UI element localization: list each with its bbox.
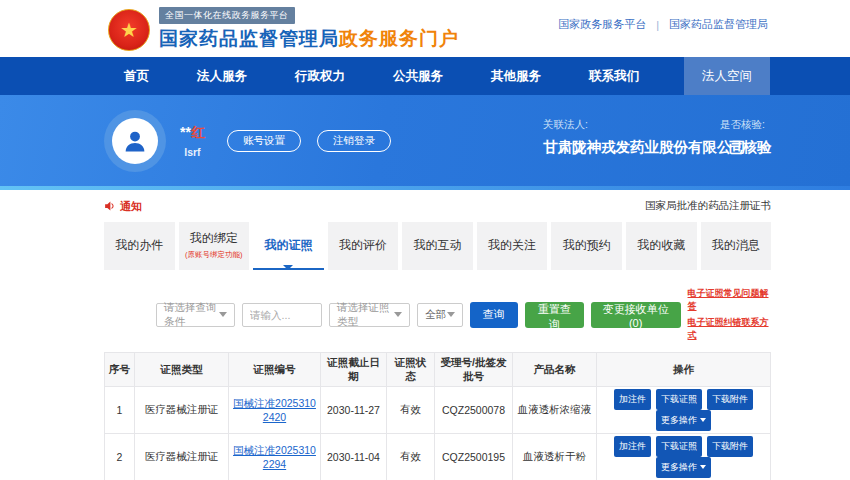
nav-item-contact[interactable]: 联系我们: [565, 57, 663, 95]
change-receiver-button[interactable]: 变更接收单位(0): [591, 302, 681, 328]
tab-label: 我的消息: [712, 237, 760, 254]
link-national-gov-platform[interactable]: 国家政务服务平台: [558, 17, 646, 32]
nav-item-legal-space[interactable]: 法人空间: [684, 57, 770, 95]
nav-item-legal-services[interactable]: 法人服务: [173, 57, 271, 95]
notice-label: 通知: [120, 199, 142, 214]
cell-index: 2: [105, 434, 135, 480]
link-nmpa-site[interactable]: 国家药品监督管理局: [669, 17, 768, 32]
chevron-down-icon: [447, 312, 455, 321]
tab-label: 我的证照: [264, 237, 312, 254]
verify-status: 已核验: [720, 138, 772, 157]
query-button[interactable]: 查询: [470, 302, 518, 328]
col-cert-type: 证照类型: [135, 353, 229, 387]
site-title-agency: 国家药品监督管理局: [159, 28, 339, 49]
nav-item-public-services[interactable]: 公共服务: [369, 57, 467, 95]
user-display-name: **红: [180, 124, 205, 142]
tab-my-messages[interactable]: 我的消息: [701, 222, 772, 270]
tab-my-bindings[interactable]: 我的绑定 (原账号绑定功能): [179, 222, 250, 270]
cell-expiry: 2030-11-04: [321, 434, 387, 480]
speaker-icon: [104, 200, 116, 212]
chevron-down-icon: [700, 465, 706, 472]
cell-expiry: 2030-11-27: [321, 387, 387, 434]
top-header: ★ 全国一体化在线政务服务平台 国家药品监督管理局政务服务门户 国家政务服务平台…: [0, 0, 850, 57]
banner-bottom-strip: [0, 186, 850, 190]
more-operations-button[interactable]: 更多操作: [656, 457, 711, 478]
cell-acceptance: CQZ2500195: [435, 434, 513, 480]
certificate-faq-link[interactable]: 电子证照常见问题解答: [688, 287, 772, 313]
more-operations-label: 更多操作: [661, 415, 697, 425]
tab-label: 我的收藏: [637, 237, 685, 254]
table-header-row: 序号 证照类型 证照编号 证照截止日期 证照状态 受理号/批签发批号 产品名称 …: [105, 353, 771, 387]
tab-sublabel: (原账号绑定功能): [185, 250, 243, 260]
reset-query-button[interactable]: 重置查询: [525, 302, 584, 328]
col-product-name: 产品名称: [513, 353, 597, 387]
site-title-portal: 政务服务门户: [339, 28, 459, 49]
certificates-table: 序号 证照类型 证照编号 证照截止日期 证照状态 受理号/批签发批号 产品名称 …: [104, 352, 771, 480]
cell-index: 1: [105, 387, 135, 434]
nav-item-other-services[interactable]: 其他服务: [467, 57, 565, 95]
select-value: 请选择查询条件: [164, 301, 219, 329]
certificate-contact-link[interactable]: 电子证照纠错联系方式: [688, 316, 772, 342]
top-links: 国家政务服务平台 | 国家药品监督管理局: [558, 17, 768, 32]
keyword-input[interactable]: [242, 303, 322, 327]
certificate-type-select[interactable]: 请选择证照类型: [329, 303, 410, 327]
tab-my-certificates[interactable]: 我的证照: [253, 222, 324, 270]
cell-acceptance: CQZ2500078: [435, 387, 513, 434]
table-row: 1 医疗器械注册证 国械注准20253102420 2030-11-27 有效 …: [105, 387, 771, 434]
user-name-highlight: 红: [191, 124, 205, 140]
notice-left: 通知: [104, 199, 142, 214]
add-annotation-button[interactable]: 加注件: [614, 389, 651, 410]
dashboard-tabs: 我的办件 我的绑定 (原账号绑定功能) 我的证照 我的评价 我的互动 我的关注 …: [104, 222, 771, 270]
top-links-separator: |: [656, 19, 659, 31]
tab-label: 我的关注: [488, 237, 536, 254]
legal-entity-block: 关联法人: 甘肃陇神戎发药业股份有限公司: [543, 118, 746, 157]
tab-my-applications[interactable]: 我的办件: [104, 222, 175, 270]
user-name-column: **红 lsrf: [180, 124, 205, 158]
user-name-masked: **: [180, 124, 191, 140]
verify-label: 是否核验:: [720, 118, 772, 132]
tab-my-follows[interactable]: 我的关注: [477, 222, 548, 270]
tab-my-appointments[interactable]: 我的预约: [551, 222, 622, 270]
chevron-down-icon: [700, 418, 706, 425]
tab-label: 我的互动: [414, 237, 462, 254]
tab-my-reviews[interactable]: 我的评价: [328, 222, 399, 270]
avatar: [104, 110, 166, 172]
national-emblem-icon: ★: [108, 9, 150, 51]
main-nav: 首页 法人服务 行政权力 公共服务 其他服务 联系我们 法人空间: [0, 57, 850, 95]
select-value: 全部: [425, 308, 446, 322]
help-links: 电子证照常见问题解答 电子证照纠错联系方式: [688, 287, 772, 342]
nav-item-home[interactable]: 首页: [100, 57, 173, 95]
add-annotation-button[interactable]: 加注件: [614, 436, 651, 457]
cell-cert-type: 医疗器械注册证: [135, 434, 229, 480]
logout-button[interactable]: 注销登录: [317, 130, 391, 152]
tab-my-favorites[interactable]: 我的收藏: [626, 222, 697, 270]
user-banner: **红 lsrf 账号设置 注销登录 关联法人: 甘肃陇神戎发药业股份有限公司 …: [0, 95, 850, 190]
brand-area: ★ 全国一体化在线政务服务平台 国家药品监督管理局政务服务门户: [108, 7, 459, 52]
download-attachment-button[interactable]: 下载附件: [707, 436, 753, 457]
tab-my-interactions[interactable]: 我的互动: [402, 222, 473, 270]
col-cert-number: 证照编号: [229, 353, 321, 387]
cell-product: 血液透析干粉: [513, 434, 597, 480]
cert-number-link[interactable]: 国械注准20253102294: [233, 444, 316, 470]
col-cert-status: 证照状态: [387, 353, 435, 387]
cert-number-link[interactable]: 国械注准20253102420: [233, 397, 316, 423]
download-certificate-button[interactable]: 下载证照: [656, 436, 702, 457]
cell-status: 有效: [387, 434, 435, 480]
tab-label: 我的评价: [339, 237, 387, 254]
tab-label: 我的办件: [115, 237, 163, 254]
tab-label: 我的绑定: [190, 230, 238, 247]
download-attachment-button[interactable]: 下载附件: [707, 389, 753, 410]
tab-label: 我的预约: [563, 237, 611, 254]
cell-product: 血液透析浓缩液: [513, 387, 597, 434]
scope-select[interactable]: 全部: [417, 303, 463, 327]
more-operations-button[interactable]: 更多操作: [656, 410, 711, 431]
nav-item-admin-power[interactable]: 行政权力: [271, 57, 369, 95]
site-title: 国家药品监督管理局政务服务门户: [159, 26, 459, 52]
filter-bar: 请选择查询条件 请选择证照类型 全部 查询 重置查询 变更接收单位(0) 电子证…: [104, 287, 771, 342]
download-certificate-button[interactable]: 下载证照: [656, 389, 702, 410]
account-settings-button[interactable]: 账号设置: [227, 130, 301, 152]
query-condition-select[interactable]: 请选择查询条件: [156, 303, 235, 327]
notice-announcement-link[interactable]: 国家局批准的药品注册证书: [645, 199, 771, 213]
notice-row: 通知 国家局批准的药品注册证书: [104, 197, 771, 215]
col-expiry-date: 证照截止日期: [321, 353, 387, 387]
